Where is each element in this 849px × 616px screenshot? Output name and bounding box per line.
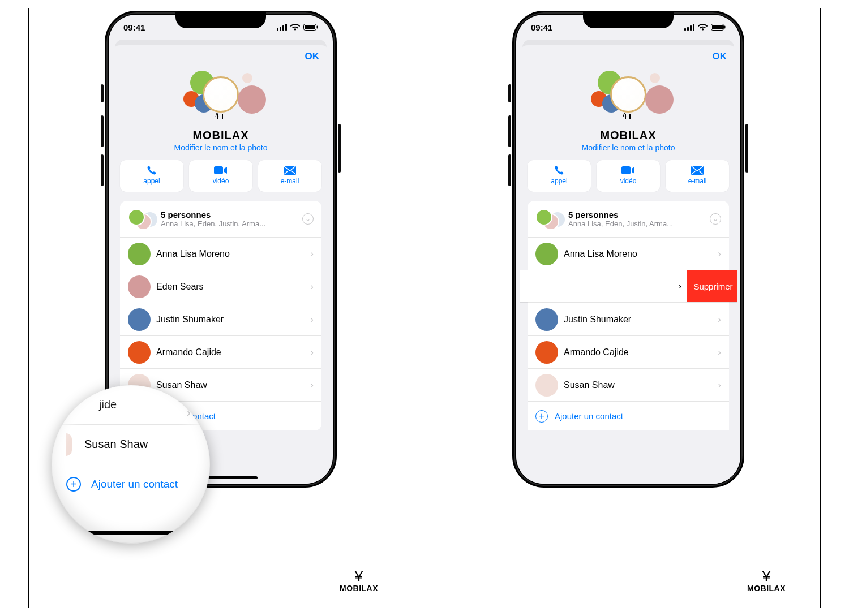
cellular-icon xyxy=(277,24,287,31)
email-icon xyxy=(283,165,297,176)
done-button[interactable]: OK xyxy=(305,51,320,62)
chevron-right-icon: › xyxy=(310,281,314,292)
contact-name: Justin Shumaker xyxy=(156,315,224,325)
wifi-icon xyxy=(290,24,300,31)
contact-row[interactable]: Justin Shumaker › xyxy=(120,303,321,335)
call-button[interactable]: appel xyxy=(528,160,591,192)
battery-icon xyxy=(303,24,318,31)
phone-notch xyxy=(175,12,266,28)
avatar xyxy=(128,308,151,331)
edit-name-photo-link[interactable]: Modifier le nom et la photo xyxy=(112,143,329,152)
group-avatar-cluster[interactable] xyxy=(520,62,737,129)
mobilax-watermark: ¥ MOBILAX xyxy=(740,569,793,593)
video-icon xyxy=(621,165,636,176)
video-button[interactable]: vidéo xyxy=(189,160,252,192)
cluster-center-add-photo[interactable] xyxy=(203,76,239,113)
delete-label: Supprimer xyxy=(693,282,732,291)
magnified-contact-row[interactable]: Susan Shaw xyxy=(52,425,210,464)
hw-volume-down xyxy=(508,154,511,186)
svg-rect-5 xyxy=(305,25,315,29)
video-icon xyxy=(213,165,228,176)
screenshot-panel-right: 09:41 OK xyxy=(436,8,821,608)
svg-rect-14 xyxy=(712,25,723,29)
cluster-center-add-photo[interactable] xyxy=(610,76,646,113)
status-time: 09:41 xyxy=(531,23,552,32)
magnifier-callout: jide › Susan Shaw + Ajouter un contact xyxy=(52,385,210,544)
cluster-avatar-rose-pale xyxy=(650,73,660,83)
email-button[interactable]: e-mail xyxy=(666,160,729,192)
contact-row[interactable]: Armando Cajide › xyxy=(120,335,321,368)
email-label: e-mail xyxy=(666,177,729,185)
members-count-label: 5 personnes xyxy=(161,210,265,219)
screenshot-panel-left: 09:41 OK xyxy=(28,8,413,608)
video-label: vidéo xyxy=(189,177,252,185)
watermark-logo-icon: ¥ xyxy=(332,569,385,584)
contact-row[interactable]: Anna Lisa Moreno › xyxy=(120,237,321,270)
contact-row[interactable]: Justin Shumaker › xyxy=(528,303,729,335)
group-avatar-cluster[interactable] xyxy=(112,62,329,129)
add-contact-row[interactable]: + Ajouter un contact xyxy=(528,401,729,430)
contact-name: Anna Lisa Moreno xyxy=(156,249,230,259)
contact-name: Armando Cajide xyxy=(564,347,629,357)
cluster-avatar-rose xyxy=(645,85,674,114)
email-button[interactable]: e-mail xyxy=(258,160,321,192)
members-summary-row[interactable]: 5 personnes Anna Lisa, Eden, Justin, Arm… xyxy=(528,201,729,237)
svg-rect-3 xyxy=(285,24,287,31)
magnified-contact-name: Susan Shaw xyxy=(84,438,148,451)
contact-row[interactable]: Susan Shaw › xyxy=(528,368,729,401)
svg-rect-12 xyxy=(693,24,694,31)
chevron-right-icon: › xyxy=(718,347,721,358)
phone-notch xyxy=(583,12,674,28)
members-count-label: 5 personnes xyxy=(568,210,673,219)
avatar xyxy=(535,374,558,397)
done-button[interactable]: OK xyxy=(713,51,727,62)
plus-circle-icon: + xyxy=(66,477,81,492)
svg-rect-9 xyxy=(684,28,686,31)
watermark-text: MOBILAX xyxy=(740,584,793,593)
contact-name: Eden Sears xyxy=(156,282,204,292)
mobilax-watermark: ¥ MOBILAX xyxy=(332,569,385,593)
call-button[interactable]: appel xyxy=(120,160,183,192)
battery-icon xyxy=(711,24,726,31)
hw-volume-down xyxy=(101,154,104,186)
add-contact-label: Ajouter un contact xyxy=(555,411,623,421)
svg-rect-15 xyxy=(724,26,726,29)
edit-name-photo-link[interactable]: Modifier le nom et la photo xyxy=(520,143,737,152)
cluster-avatar-rose-pale xyxy=(242,73,252,83)
delete-button[interactable]: Supprimer xyxy=(687,270,737,302)
avatar xyxy=(128,243,151,265)
email-label: e-mail xyxy=(258,177,321,185)
contact-name: Armando Cajide xyxy=(156,347,221,357)
expand-chevron-icon[interactable]: ⌄ xyxy=(302,213,314,225)
contact-row-swiped[interactable]: en Sears › Supprimer xyxy=(520,270,737,303)
members-summary-row[interactable]: 5 personnes Anna Lisa, Eden, Justin, Arm… xyxy=(120,201,321,237)
contact-name: Anna Lisa Moreno xyxy=(564,249,637,259)
avatar xyxy=(66,433,72,456)
svg-rect-2 xyxy=(282,25,284,31)
video-button[interactable]: vidéo xyxy=(597,160,660,192)
caret-up-icon xyxy=(217,114,223,119)
contact-row[interactable]: Armando Cajide › xyxy=(528,335,729,368)
call-label: appel xyxy=(528,177,591,185)
magnified-add-contact-label: Ajouter un contact xyxy=(91,478,178,490)
members-names-preview: Anna Lisa, Eden, Justin, Arma... xyxy=(568,219,673,228)
svg-rect-10 xyxy=(687,27,689,31)
avatar xyxy=(128,275,151,298)
stacked-avatars-icon xyxy=(535,208,565,230)
svg-rect-11 xyxy=(690,25,692,31)
magnified-add-contact-row[interactable]: + Ajouter un contact xyxy=(52,464,210,504)
svg-rect-16 xyxy=(621,166,631,174)
avatar xyxy=(535,243,558,265)
expand-chevron-icon[interactable]: ⌄ xyxy=(710,213,721,225)
contact-row[interactable]: Eden Sears › xyxy=(120,270,321,303)
hw-silent-switch xyxy=(101,84,104,102)
email-icon xyxy=(691,165,704,176)
svg-rect-6 xyxy=(317,26,318,29)
cellular-icon xyxy=(684,24,694,31)
chevron-right-icon: › xyxy=(310,380,314,391)
contact-name: Susan Shaw xyxy=(156,380,207,390)
contact-row[interactable]: Anna Lisa Moreno › xyxy=(528,237,729,270)
magnified-partial-text: jide xyxy=(99,398,117,411)
phone-icon xyxy=(553,165,565,176)
chevron-right-icon: › xyxy=(310,314,314,325)
